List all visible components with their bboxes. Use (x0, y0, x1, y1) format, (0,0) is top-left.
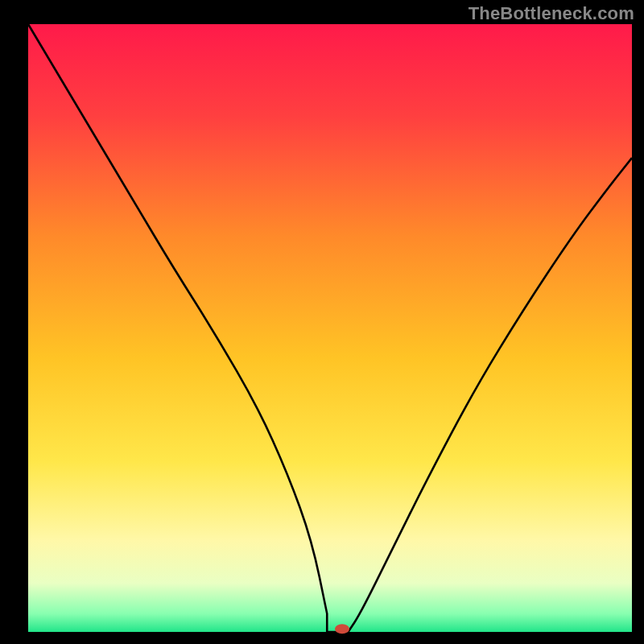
optimum-marker (335, 624, 349, 634)
plot-background (28, 24, 632, 632)
watermark-label: TheBottleneck.com (469, 3, 634, 24)
bottleneck-chart (0, 0, 644, 644)
chart-frame: TheBottleneck.com (0, 0, 644, 644)
